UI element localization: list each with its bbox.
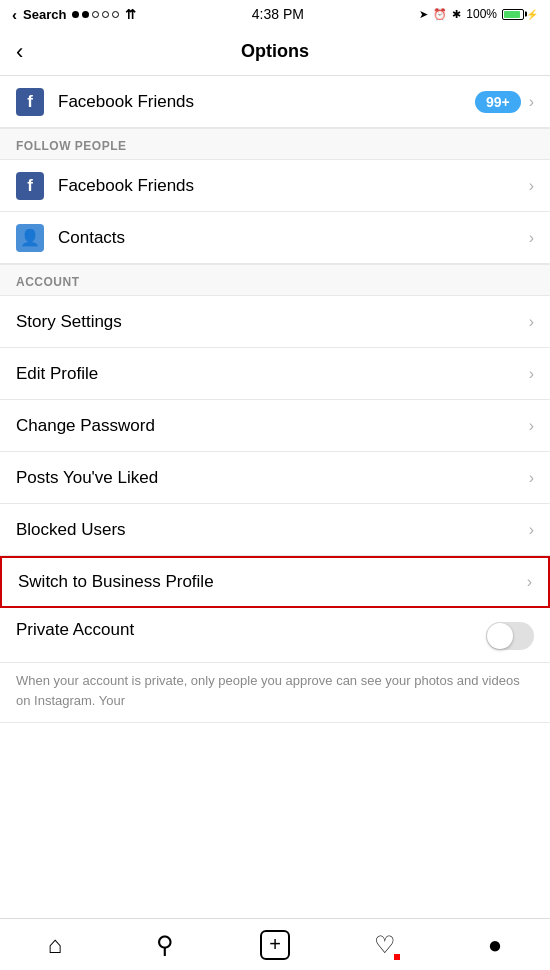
change-password-label: Change Password — [16, 416, 529, 436]
facebook-friends-follow-label: Facebook Friends — [58, 176, 529, 196]
tab-heart[interactable]: ♡ — [330, 919, 440, 970]
posts-liked-chevron-icon: › — [529, 469, 534, 487]
chevron-icon: › — [529, 93, 534, 111]
follow-people-header: FOLLOW PEOPLE — [0, 128, 550, 160]
switch-business-label: Switch to Business Profile — [18, 572, 527, 592]
change-password-chevron-icon: › — [529, 417, 534, 435]
story-settings-row[interactable]: Story Settings › — [0, 296, 550, 348]
content-area: f Facebook Friends 99+ › FOLLOW PEOPLE f… — [0, 76, 550, 775]
status-left: ‹ Search ⇈ — [12, 6, 136, 23]
facebook-friends-top-row[interactable]: f Facebook Friends 99+ › — [0, 76, 550, 128]
private-account-row[interactable]: Private Account — [0, 608, 550, 663]
bluetooth-icon: ✱ — [452, 8, 461, 21]
heart-icon: ♡ — [374, 931, 396, 959]
edit-profile-row[interactable]: Edit Profile › — [0, 348, 550, 400]
location-icon: ➤ — [419, 8, 428, 21]
profile-icon: ● — [488, 931, 503, 959]
facebook-follow-icon: f — [16, 172, 44, 200]
battery-container: ⚡ — [502, 9, 538, 20]
facebook-icon: f — [16, 88, 44, 116]
home-icon: ⌂ — [48, 931, 63, 959]
change-password-row[interactable]: Change Password › — [0, 400, 550, 452]
back-button[interactable]: ‹ — [16, 41, 23, 63]
tab-bar: ⌂ ⚲ + ♡ ● — [0, 918, 550, 970]
fb-letter: f — [27, 92, 33, 112]
posts-liked-label: Posts You've Liked — [16, 468, 529, 488]
account-header: ACCOUNT — [0, 264, 550, 296]
status-back: ‹ — [12, 6, 17, 23]
search-icon: ⚲ — [156, 931, 174, 959]
dot1 — [72, 11, 79, 18]
blocked-users-row[interactable]: Blocked Users › — [0, 504, 550, 556]
facebook-friends-label: Facebook Friends — [58, 92, 475, 112]
private-account-description: When your account is private, only peopl… — [0, 663, 550, 723]
wifi-icon: ⇈ — [125, 7, 136, 22]
signal-dots — [72, 11, 119, 18]
tab-home[interactable]: ⌂ — [0, 919, 110, 970]
charging-bolt-icon: ⚡ — [526, 9, 538, 20]
private-account-toggle[interactable] — [486, 622, 534, 650]
heart-notification-dot — [394, 954, 400, 960]
switch-business-chevron-icon: › — [527, 573, 532, 591]
page-title: Options — [241, 41, 309, 62]
facebook-chevron-icon: › — [529, 177, 534, 195]
story-settings-label: Story Settings — [16, 312, 529, 332]
fb-letter2: f — [27, 176, 33, 196]
contacts-chevron-icon: › — [529, 229, 534, 247]
status-bar: ‹ Search ⇈ 4:38 PM ➤ ⏰ ✱ 100% ⚡ — [0, 0, 550, 28]
person-icon: 👤 — [20, 228, 40, 247]
friends-badge: 99+ — [475, 91, 521, 113]
battery-percent: 100% — [466, 7, 497, 21]
facebook-friends-follow-row[interactable]: f Facebook Friends › — [0, 160, 550, 212]
add-icon: + — [260, 930, 290, 960]
battery-fill — [504, 11, 520, 18]
posts-liked-row[interactable]: Posts You've Liked › — [0, 452, 550, 504]
tab-add[interactable]: + — [220, 919, 330, 970]
contacts-icon: 👤 — [16, 224, 44, 252]
status-time: 4:38 PM — [252, 6, 304, 22]
dot2 — [82, 11, 89, 18]
story-settings-chevron-icon: › — [529, 313, 534, 331]
dot5 — [112, 11, 119, 18]
edit-profile-label: Edit Profile — [16, 364, 529, 384]
switch-business-row[interactable]: Switch to Business Profile › — [0, 556, 550, 608]
toggle-thumb — [487, 623, 513, 649]
tab-search[interactable]: ⚲ — [110, 919, 220, 970]
contacts-label: Contacts — [58, 228, 529, 248]
battery-icon — [502, 9, 524, 20]
blocked-users-chevron-icon: › — [529, 521, 534, 539]
private-account-label: Private Account — [16, 620, 486, 640]
blocked-users-label: Blocked Users — [16, 520, 529, 540]
tab-profile[interactable]: ● — [440, 919, 550, 970]
status-right: ➤ ⏰ ✱ 100% ⚡ — [419, 7, 538, 21]
dot4 — [102, 11, 109, 18]
edit-profile-chevron-icon: › — [529, 365, 534, 383]
nav-bar: ‹ Options — [0, 28, 550, 76]
alarm-icon: ⏰ — [433, 8, 447, 21]
dot3 — [92, 11, 99, 18]
contacts-row[interactable]: 👤 Contacts › — [0, 212, 550, 264]
carrier-name: Search — [23, 7, 66, 22]
